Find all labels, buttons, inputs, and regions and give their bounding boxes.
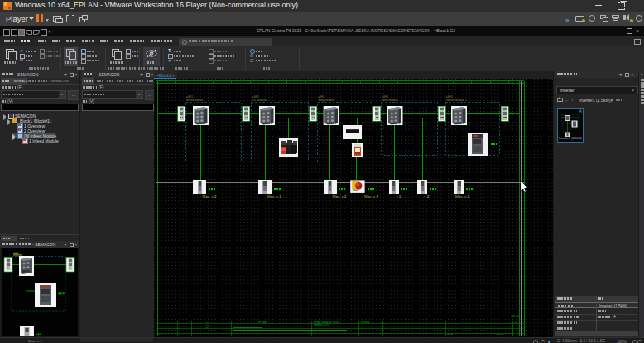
svg-text:Safety Module: Safety Module bbox=[318, 99, 335, 102]
svg-text:DC Modules: DC Modules bbox=[252, 99, 267, 102]
svg-text:1/2: 1/2 bbox=[514, 321, 517, 324]
svg-text:Motor Module: Motor Module bbox=[382, 99, 398, 102]
svg-text:=GAA: =GAA bbox=[157, 333, 163, 336]
svg-text:Inverter Module 1: Inverter Module 1 bbox=[446, 99, 467, 102]
svg-text:> 2: > 2 bbox=[396, 195, 401, 199]
svg-text:F3.1: F3.1 bbox=[205, 326, 209, 329]
svg-text:Overview: Overview bbox=[360, 321, 369, 324]
svg-text:Max. x 2: Max. x 2 bbox=[202, 195, 217, 199]
svg-text:Max. x 2: Max. x 2 bbox=[333, 195, 348, 199]
svg-text:EPLAN: EPLAN bbox=[259, 321, 267, 324]
svg-text:Max. x 2: Max. x 2 bbox=[455, 195, 470, 199]
svg-text:< 2: < 2 bbox=[424, 195, 430, 199]
svg-text:Max. x 2: Max. x 2 bbox=[267, 195, 282, 199]
svg-text:+Block1: +Block1 bbox=[511, 315, 520, 318]
svg-text:&EFS1: &EFS1 bbox=[447, 333, 454, 336]
svg-text:Infeed Module: Infeed Module bbox=[186, 99, 203, 102]
svg-text:=Block1/2: =Block1/2 bbox=[495, 333, 504, 336]
svg-text:Max. x 4: Max. x 4 bbox=[364, 195, 379, 199]
svg-text:GmbH & Co. KG: GmbH & Co. KG bbox=[314, 323, 329, 326]
